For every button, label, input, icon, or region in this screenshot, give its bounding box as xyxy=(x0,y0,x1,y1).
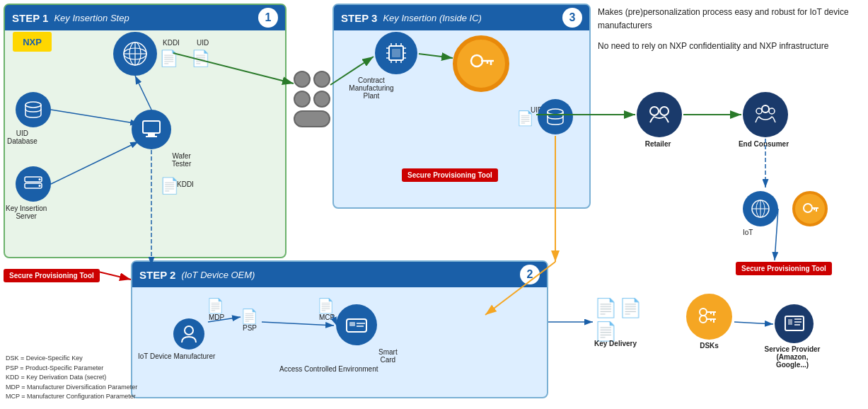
svg-rect-58 xyxy=(785,316,804,330)
description-text-2: No need to rely on NXP confidentiality a… xyxy=(598,40,867,53)
legend-mcp: MCP = Manufacturer Configuration Paramet… xyxy=(6,392,137,402)
nxp-logo: NXP xyxy=(13,32,52,52)
serviceprovider-icon xyxy=(775,304,814,343)
smartcard-label: SmartCard xyxy=(378,348,398,364)
svg-point-31 xyxy=(548,109,563,115)
description-text: Makes (pre)personalization process easy … xyxy=(598,6,867,61)
spt-step1-button: Secure Provisioning Tool xyxy=(4,269,100,282)
key-delivery-label: Key Delivery xyxy=(587,340,644,347)
step2-header: STEP 2 (IoT Device OEM) 2 xyxy=(132,262,547,287)
step2-title: (IoT Device OEM) xyxy=(181,270,255,280)
kddi-label: KDDI xyxy=(163,39,180,47)
kddi-doc-lower-icon: 📄 xyxy=(160,177,179,195)
step2-badge: 2 xyxy=(520,265,540,284)
spt-step3: Secure Provisioning Tool xyxy=(402,168,498,182)
db-step3-icon xyxy=(538,99,573,134)
endconsumer-icon xyxy=(743,92,788,137)
chip-icon xyxy=(375,32,417,74)
svg-point-39 xyxy=(762,105,769,113)
step3-badge: 3 xyxy=(562,8,582,28)
iot-manufacturer-icon xyxy=(173,318,204,350)
mdp-label: MDP xyxy=(209,313,224,321)
step3-label: STEP 3 xyxy=(341,12,377,24)
legend-dsk: DSK = Device-Specific Key xyxy=(6,354,137,364)
key-insertion-server-label: Key InsertionServer xyxy=(6,204,47,220)
svg-rect-5 xyxy=(143,121,160,133)
psp-label: PSP xyxy=(243,324,257,332)
mcp-label: MCP xyxy=(319,313,335,321)
svg-point-40 xyxy=(756,108,762,114)
key-orange-icon xyxy=(453,35,509,92)
smartcard-icon xyxy=(336,304,377,345)
psp-doc-icon: 📄 xyxy=(241,308,258,325)
svg-point-12 xyxy=(39,185,41,187)
description-text-1: Makes (pre)personalization process easy … xyxy=(598,6,867,33)
svg-point-38 xyxy=(660,107,669,115)
svg-line-81 xyxy=(96,271,131,280)
svg-point-11 xyxy=(39,178,41,180)
step3-title: Key Insertion (Inside IC) xyxy=(383,13,481,23)
retailer-label: Retailer xyxy=(633,140,683,148)
contract-manufacturing-label: ContractManufacturingPlant xyxy=(340,76,403,100)
step3-header: STEP 3 Key Insertion (Inside IC) 3 xyxy=(334,5,589,30)
wafer-chip-3 xyxy=(294,91,311,108)
svg-point-41 xyxy=(769,108,775,114)
main-container: STEP 1 Key Insertion Step 1 STEP 3 Key I… xyxy=(0,0,868,409)
legend: DSK = Device-Specific Key PSP = Product-… xyxy=(6,354,137,402)
legend-mdp: MDP = Manufacturer Diversification Param… xyxy=(6,383,137,393)
svg-point-27 xyxy=(471,55,482,67)
spt-step1: Secure Provisioning Tool xyxy=(4,269,100,282)
kddi-doc-icon: 📄 xyxy=(159,50,178,68)
svg-point-46 xyxy=(804,204,812,212)
key-delivery-doc2-icon: 📄 xyxy=(619,297,642,319)
spt-step3-button: Secure Provisioning Tool xyxy=(402,168,498,182)
wafer-chip-2 xyxy=(313,71,330,88)
spt-right: Secure Provisioning Tool xyxy=(736,262,832,275)
uid-doc-icon: 📄 xyxy=(191,50,210,68)
wafer-chips xyxy=(294,71,330,127)
key-delivery-doc3-icon: 📄 xyxy=(594,321,617,342)
uid-database-label: UIDDatabase xyxy=(7,129,37,145)
network-icon xyxy=(113,32,157,76)
wafer-chip-1 xyxy=(294,71,311,88)
wafer-tester-label: WaferTester xyxy=(172,152,191,168)
mdp-doc-icon: 📄 xyxy=(207,297,224,314)
dsks-label: DSKs xyxy=(690,342,729,350)
wafer-chip-4 xyxy=(313,91,330,108)
iot-label: IoT xyxy=(743,229,753,236)
uid-database-icon xyxy=(16,92,51,127)
svg-line-78 xyxy=(734,322,773,324)
access-controlled-label: Access Controlled Environment xyxy=(279,365,378,373)
legend-kdd: KDD = Key Derivation Data (secret) xyxy=(6,373,137,383)
svg-point-32 xyxy=(185,326,193,335)
uid-top-label: UID xyxy=(197,39,209,47)
svg-point-37 xyxy=(650,107,659,115)
svg-point-54 xyxy=(700,316,707,323)
svg-point-8 xyxy=(25,102,41,108)
svg-rect-59 xyxy=(788,319,792,325)
iot-icon xyxy=(743,191,778,226)
serviceprovider-label: Service Provider(Amazon, Google...) xyxy=(764,345,821,369)
key-delivery-icons: 📄 📄 📄 xyxy=(594,297,642,342)
step1-header: STEP 1 Key Insertion Step 1 xyxy=(5,5,285,30)
step1-title: Key Insertion Step xyxy=(54,13,129,23)
wafer-tester-icon xyxy=(132,110,171,149)
key-delivery-doc1-icon: 📄 xyxy=(594,297,617,319)
retailer-icon xyxy=(637,92,682,137)
kddi-lower-label: KDDI xyxy=(177,180,194,188)
svg-point-50 xyxy=(700,309,707,316)
svg-rect-14 xyxy=(392,49,400,57)
svg-rect-34 xyxy=(349,322,355,326)
wafer-chip-5 xyxy=(294,110,330,127)
key-insertion-server-icon xyxy=(16,166,51,202)
key-small-icon xyxy=(792,191,828,226)
step1-badge: 1 xyxy=(258,8,278,28)
spt-right-button: Secure Provisioning Tool xyxy=(736,262,832,275)
mcp-doc-icon: 📄 xyxy=(317,297,335,314)
endconsumer-label: End Consumer xyxy=(737,140,790,148)
iot-manufacturer-label: IoT Device Manufacturer xyxy=(138,352,215,360)
legend-psp: PSP = Product-Specific Parameter xyxy=(6,364,137,374)
dsks-icon xyxy=(686,294,732,340)
step1-label: STEP 1 xyxy=(12,12,48,24)
step2-label: STEP 2 xyxy=(139,269,175,281)
